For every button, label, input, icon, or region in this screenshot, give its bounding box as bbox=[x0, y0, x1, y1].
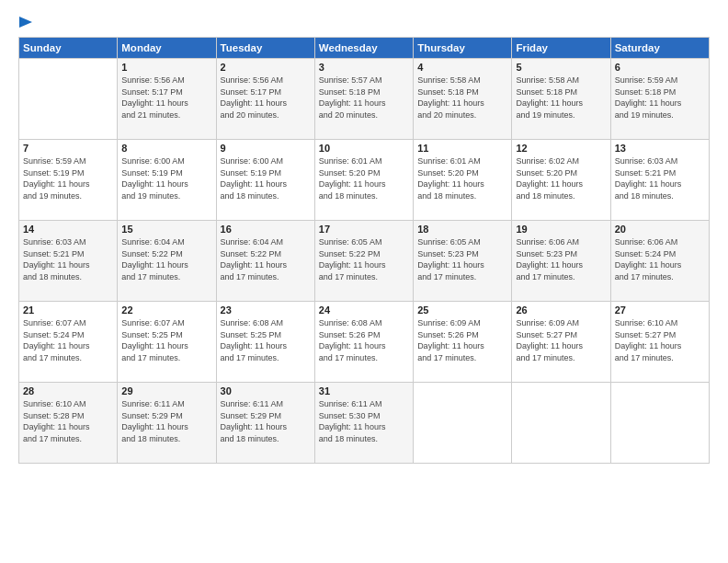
day-number: 9 bbox=[221, 143, 311, 154]
calendar-cell: 5Sunrise: 5:58 AMSunset: 5:18 PMDaylight… bbox=[512, 59, 610, 140]
day-number: 19 bbox=[516, 224, 606, 235]
calendar-cell: 2Sunrise: 5:56 AMSunset: 5:17 PMDaylight… bbox=[216, 59, 314, 140]
logo bbox=[18, 17, 32, 28]
cell-info: Sunrise: 6:09 AMSunset: 5:26 PMDaylight:… bbox=[417, 317, 507, 363]
calendar-cell: 9Sunrise: 6:00 AMSunset: 5:19 PMDaylight… bbox=[216, 140, 314, 221]
calendar-cell: 11Sunrise: 6:01 AMSunset: 5:20 PMDayligh… bbox=[414, 140, 512, 221]
day-number: 2 bbox=[221, 62, 311, 73]
cell-info: Sunrise: 6:07 AMSunset: 5:24 PMDaylight:… bbox=[23, 317, 113, 363]
day-number: 14 bbox=[23, 224, 113, 235]
cell-info: Sunrise: 6:11 AMSunset: 5:30 PMDaylight:… bbox=[319, 398, 409, 444]
calendar-table: SundayMondayTuesdayWednesdayThursdayFrid… bbox=[18, 37, 710, 464]
logo-icon bbox=[19, 17, 32, 28]
day-number: 17 bbox=[319, 224, 409, 235]
cell-info: Sunrise: 5:57 AMSunset: 5:18 PMDaylight:… bbox=[319, 75, 409, 121]
calendar-cell: 6Sunrise: 5:59 AMSunset: 5:18 PMDaylight… bbox=[610, 59, 709, 140]
cell-info: Sunrise: 6:06 AMSunset: 5:23 PMDaylight:… bbox=[516, 236, 606, 282]
day-number: 8 bbox=[121, 143, 211, 154]
calendar-cell bbox=[610, 383, 709, 464]
day-number: 10 bbox=[319, 143, 409, 154]
calendar-cell: 4Sunrise: 5:58 AMSunset: 5:18 PMDaylight… bbox=[414, 59, 512, 140]
day-number: 22 bbox=[121, 304, 211, 316]
page: SundayMondayTuesdayWednesdayThursdayFrid… bbox=[0, 0, 728, 563]
calendar-cell: 28Sunrise: 6:10 AMSunset: 5:28 PMDayligh… bbox=[19, 383, 118, 464]
calendar-cell: 7Sunrise: 5:59 AMSunset: 5:19 PMDaylight… bbox=[19, 140, 118, 221]
cell-info: Sunrise: 5:59 AMSunset: 5:18 PMDaylight:… bbox=[615, 75, 705, 121]
calendar-cell: 29Sunrise: 6:11 AMSunset: 5:29 PMDayligh… bbox=[118, 383, 216, 464]
cell-info: Sunrise: 6:01 AMSunset: 5:20 PMDaylight:… bbox=[417, 155, 507, 201]
calendar-cell: 24Sunrise: 6:08 AMSunset: 5:26 PMDayligh… bbox=[314, 302, 413, 383]
calendar-cell: 13Sunrise: 6:03 AMSunset: 5:21 PMDayligh… bbox=[610, 140, 709, 221]
cell-info: Sunrise: 6:08 AMSunset: 5:25 PMDaylight:… bbox=[221, 317, 311, 363]
calendar-cell: 1Sunrise: 5:56 AMSunset: 5:17 PMDaylight… bbox=[118, 59, 216, 140]
day-number: 30 bbox=[221, 385, 311, 396]
day-number: 26 bbox=[516, 304, 606, 316]
day-header-saturday: Saturday bbox=[610, 38, 709, 59]
cell-info: Sunrise: 6:00 AMSunset: 5:19 PMDaylight:… bbox=[221, 155, 311, 201]
cell-info: Sunrise: 6:03 AMSunset: 5:21 PMDaylight:… bbox=[23, 236, 113, 282]
day-number: 5 bbox=[516, 62, 606, 73]
calendar-cell: 12Sunrise: 6:02 AMSunset: 5:20 PMDayligh… bbox=[512, 140, 610, 221]
cell-info: Sunrise: 6:00 AMSunset: 5:19 PMDaylight:… bbox=[121, 155, 211, 201]
cell-info: Sunrise: 6:11 AMSunset: 5:29 PMDaylight:… bbox=[121, 398, 211, 444]
calendar-cell: 18Sunrise: 6:05 AMSunset: 5:23 PMDayligh… bbox=[414, 221, 512, 302]
calendar-cell: 27Sunrise: 6:10 AMSunset: 5:27 PMDayligh… bbox=[610, 302, 709, 383]
cell-info: Sunrise: 5:58 AMSunset: 5:18 PMDaylight:… bbox=[516, 75, 606, 121]
cell-info: Sunrise: 6:10 AMSunset: 5:28 PMDaylight:… bbox=[23, 398, 113, 444]
cell-info: Sunrise: 6:11 AMSunset: 5:29 PMDaylight:… bbox=[221, 398, 311, 444]
calendar-cell: 22Sunrise: 6:07 AMSunset: 5:25 PMDayligh… bbox=[118, 302, 216, 383]
cell-info: Sunrise: 6:04 AMSunset: 5:22 PMDaylight:… bbox=[121, 236, 211, 282]
day-number: 6 bbox=[615, 62, 705, 73]
day-header-tuesday: Tuesday bbox=[216, 38, 314, 59]
calendar-cell: 16Sunrise: 6:04 AMSunset: 5:22 PMDayligh… bbox=[216, 221, 314, 302]
cell-info: Sunrise: 6:06 AMSunset: 5:24 PMDaylight:… bbox=[615, 236, 705, 282]
calendar-cell bbox=[414, 383, 512, 464]
day-number: 24 bbox=[319, 304, 409, 316]
day-number: 1 bbox=[121, 62, 211, 73]
calendar-cell: 26Sunrise: 6:09 AMSunset: 5:27 PMDayligh… bbox=[512, 302, 610, 383]
calendar-cell: 31Sunrise: 6:11 AMSunset: 5:30 PMDayligh… bbox=[314, 383, 413, 464]
day-number: 31 bbox=[319, 385, 409, 396]
day-number: 23 bbox=[221, 304, 311, 316]
day-header-monday: Monday bbox=[118, 38, 216, 59]
day-number: 12 bbox=[516, 143, 606, 154]
day-header-wednesday: Wednesday bbox=[314, 38, 413, 59]
day-number: 29 bbox=[121, 385, 211, 396]
calendar-cell: 14Sunrise: 6:03 AMSunset: 5:21 PMDayligh… bbox=[19, 221, 118, 302]
day-header-friday: Friday bbox=[512, 38, 610, 59]
calendar-cell: 3Sunrise: 5:57 AMSunset: 5:18 PMDaylight… bbox=[314, 59, 413, 140]
day-number: 16 bbox=[221, 224, 311, 235]
calendar-cell: 17Sunrise: 6:05 AMSunset: 5:22 PMDayligh… bbox=[314, 221, 413, 302]
cell-info: Sunrise: 6:05 AMSunset: 5:22 PMDaylight:… bbox=[319, 236, 409, 282]
day-header-thursday: Thursday bbox=[414, 38, 512, 59]
cell-info: Sunrise: 6:04 AMSunset: 5:22 PMDaylight:… bbox=[221, 236, 311, 282]
calendar-cell: 25Sunrise: 6:09 AMSunset: 5:26 PMDayligh… bbox=[414, 302, 512, 383]
cell-info: Sunrise: 5:58 AMSunset: 5:18 PMDaylight:… bbox=[417, 75, 507, 121]
day-number: 4 bbox=[417, 62, 507, 73]
cell-info: Sunrise: 5:59 AMSunset: 5:19 PMDaylight:… bbox=[23, 155, 113, 201]
calendar-cell: 15Sunrise: 6:04 AMSunset: 5:22 PMDayligh… bbox=[118, 221, 216, 302]
day-number: 28 bbox=[23, 385, 113, 396]
cell-info: Sunrise: 6:02 AMSunset: 5:20 PMDaylight:… bbox=[516, 155, 606, 201]
day-number: 18 bbox=[417, 224, 507, 235]
day-number: 11 bbox=[417, 143, 507, 154]
cell-info: Sunrise: 6:08 AMSunset: 5:26 PMDaylight:… bbox=[319, 317, 409, 363]
cell-info: Sunrise: 6:05 AMSunset: 5:23 PMDaylight:… bbox=[417, 236, 507, 282]
day-header-sunday: Sunday bbox=[19, 38, 118, 59]
day-number: 7 bbox=[23, 143, 113, 154]
calendar-cell: 10Sunrise: 6:01 AMSunset: 5:20 PMDayligh… bbox=[314, 140, 413, 221]
cell-info: Sunrise: 6:07 AMSunset: 5:25 PMDaylight:… bbox=[121, 317, 211, 363]
day-number: 3 bbox=[319, 62, 409, 73]
day-number: 27 bbox=[615, 304, 705, 316]
cell-info: Sunrise: 6:03 AMSunset: 5:21 PMDaylight:… bbox=[615, 155, 705, 201]
calendar-cell: 21Sunrise: 6:07 AMSunset: 5:24 PMDayligh… bbox=[19, 302, 118, 383]
day-number: 20 bbox=[615, 224, 705, 235]
calendar-cell: 23Sunrise: 6:08 AMSunset: 5:25 PMDayligh… bbox=[216, 302, 314, 383]
calendar-cell: 20Sunrise: 6:06 AMSunset: 5:24 PMDayligh… bbox=[610, 221, 709, 302]
cell-info: Sunrise: 5:56 AMSunset: 5:17 PMDaylight:… bbox=[121, 75, 211, 121]
day-number: 15 bbox=[121, 224, 211, 235]
day-number: 25 bbox=[417, 304, 507, 316]
cell-info: Sunrise: 5:56 AMSunset: 5:17 PMDaylight:… bbox=[221, 75, 311, 121]
cell-info: Sunrise: 6:01 AMSunset: 5:20 PMDaylight:… bbox=[319, 155, 409, 201]
calendar-cell bbox=[512, 383, 610, 464]
